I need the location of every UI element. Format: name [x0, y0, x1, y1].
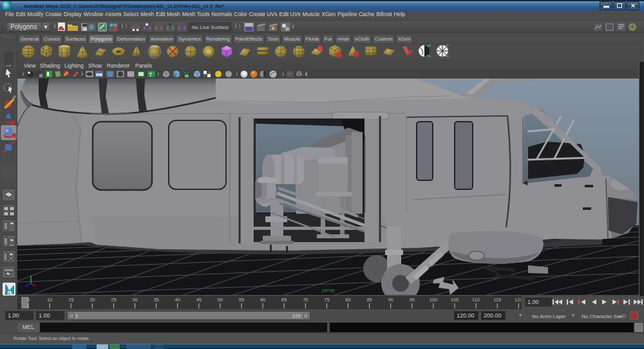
svg-text:85: 85 — [366, 297, 372, 303]
svg-text:105: 105 — [451, 297, 459, 303]
svg-text:MAYA: MAYA — [5, 293, 11, 296]
svg-text:No Live Surface: No Live Surface — [192, 24, 229, 30]
svg-text:20: 20 — [90, 297, 95, 303]
svg-text:110: 110 — [472, 297, 480, 303]
svg-text:55: 55 — [239, 297, 244, 303]
svg-text:25: 25 — [111, 297, 116, 303]
svg-text:70: 70 — [303, 297, 308, 303]
svg-text:120: 120 — [515, 297, 521, 303]
svg-text:10: 10 — [47, 297, 52, 303]
svg-text:35: 35 — [153, 297, 158, 303]
svg-text:1: 1 — [19, 303, 22, 308]
svg-text:15: 15 — [68, 297, 73, 303]
svg-text:40: 40 — [175, 297, 180, 303]
svg-text:5: 5 — [27, 297, 30, 303]
svg-text:persp: persp — [322, 287, 336, 293]
svg-text:65: 65 — [281, 297, 287, 303]
svg-text:50: 50 — [218, 297, 223, 303]
svg-text:90: 90 — [388, 297, 393, 303]
svg-text:80: 80 — [345, 297, 350, 303]
svg-text:95: 95 — [410, 297, 415, 303]
svg-text:115: 115 — [493, 297, 501, 303]
svg-text:100: 100 — [430, 297, 438, 303]
svg-text:75: 75 — [324, 297, 329, 303]
svg-text:T: T — [149, 71, 153, 78]
svg-text:60: 60 — [260, 297, 265, 303]
svg-text:45: 45 — [196, 297, 202, 303]
svg-text:30: 30 — [132, 297, 137, 303]
